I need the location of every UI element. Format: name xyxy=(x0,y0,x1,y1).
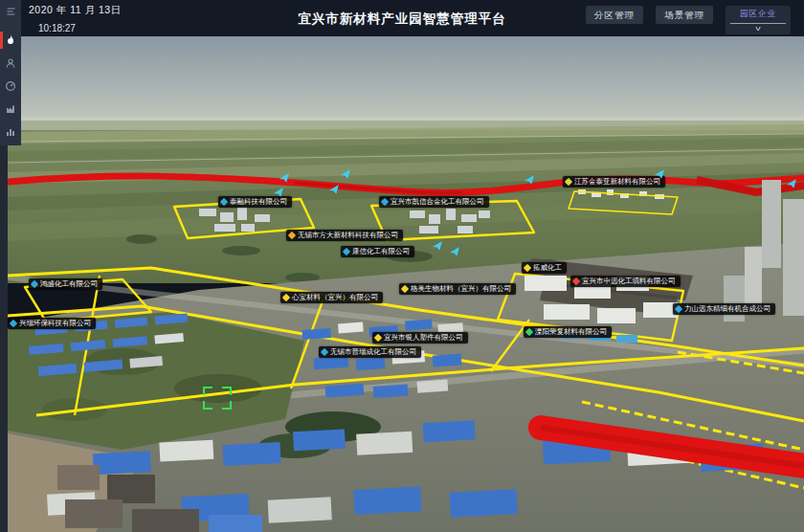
company-tag[interactable]: 泰融科技有限公司 xyxy=(218,196,292,208)
user-icon[interactable] xyxy=(0,52,21,75)
company-category-icon xyxy=(525,328,533,336)
top-bar: 2020 年 11 月 13日 10:18:27 宜兴市新材料产业园智慧管理平台… xyxy=(0,0,804,36)
company-tag-label: 宜兴市凯信合金化工有限公司 xyxy=(391,197,484,207)
page-title: 宜兴市新材料产业园智慧管理平台 xyxy=(298,11,506,28)
sidebar xyxy=(0,0,21,145)
menu-icon[interactable] xyxy=(0,0,21,23)
zone-management-button[interactable]: 分区管理 xyxy=(586,6,643,24)
company-tag[interactable]: 兴瑞环保科技有限公司 xyxy=(8,318,96,329)
company-tag[interactable]: 无锡市普瑞成化工有限公司 xyxy=(319,346,421,358)
company-category-icon xyxy=(572,277,580,285)
park-enterprise-dropdown[interactable]: 园区企业 ∨ xyxy=(726,6,791,34)
dropdown-label: 园区企业 xyxy=(726,9,791,20)
company-tag[interactable]: 宜兴市中远化工填料有限公司 xyxy=(570,276,681,287)
dropdown-divider xyxy=(730,23,786,24)
company-tag[interactable]: 无锡市方大新材料科技有限公司 xyxy=(286,230,403,241)
company-tag-label: 力山远东精细有机合成公司 xyxy=(684,304,770,314)
company-category-icon xyxy=(374,334,382,342)
topbar-controls: 分区管理 场景管理 园区企业 ∨ xyxy=(586,6,791,34)
company-category-icon xyxy=(343,248,350,255)
company-tag-label: 宜兴市中远化工填料有限公司 xyxy=(582,277,676,286)
company-tag[interactable]: 心宝材料（宜兴）有限公司 xyxy=(280,292,383,303)
company-tag-label: 溧阳荣复材料有限公司 xyxy=(535,327,607,337)
company-tag-label: 康信化工有限公司 xyxy=(352,247,410,256)
time-text: 10:18:27 xyxy=(38,23,122,33)
company-tag[interactable]: 溧阳荣复材料有限公司 xyxy=(524,326,612,338)
company-tag[interactable]: 力山远东精细有机合成公司 xyxy=(673,303,775,315)
company-tag-label: 拓威化工 xyxy=(533,263,562,273)
datetime-block: 2020 年 11 月 13日 10:18:27 xyxy=(29,4,122,33)
company-category-icon xyxy=(282,294,290,301)
date-text: 2020 年 11 月 13日 xyxy=(29,4,122,17)
company-category-icon xyxy=(321,348,328,356)
fire-icon[interactable] xyxy=(0,29,21,52)
company-category-icon xyxy=(31,280,38,288)
company-category-icon xyxy=(10,320,17,327)
gauge-icon[interactable] xyxy=(0,75,21,98)
factory-icon[interactable] xyxy=(0,98,21,121)
company-category-icon xyxy=(675,305,682,313)
company-category-icon xyxy=(524,264,531,272)
company-tag-label: 格美生物材料（宜兴）有限公司 xyxy=(411,284,511,294)
company-tag-label: 宜兴市银人塑件有限公司 xyxy=(384,333,463,343)
company-category-icon xyxy=(565,178,572,186)
sidebar-strip xyxy=(0,145,8,532)
company-category-icon xyxy=(401,285,409,293)
scene-management-button[interactable]: 场景管理 xyxy=(656,6,713,24)
company-tag-label: 江苏金泰亚新材料有限公司 xyxy=(574,177,660,187)
company-tag-label: 无锡市方大新材料科技有限公司 xyxy=(298,231,398,240)
company-category-icon xyxy=(288,232,296,239)
company-tag[interactable]: 宜兴市银人塑件有限公司 xyxy=(372,332,468,344)
company-tag[interactable]: 拓威化工 xyxy=(522,262,567,274)
company-tag[interactable]: 康信化工有限公司 xyxy=(341,246,414,257)
company-tag-label: 心宝材料（宜兴）有限公司 xyxy=(292,293,378,302)
company-tag[interactable]: 格美生物材料（宜兴）有限公司 xyxy=(399,283,516,295)
company-category-icon xyxy=(220,198,228,206)
company-tag[interactable]: 宜兴市凯信合金化工有限公司 xyxy=(379,196,489,208)
company-tag-label: 无锡市普瑞成化工有限公司 xyxy=(330,347,416,357)
company-tag-label: 鸿盛化工有限公司 xyxy=(40,279,98,289)
bar-chart-icon[interactable] xyxy=(0,121,21,144)
company-tag[interactable]: 江苏金泰亚新材料有限公司 xyxy=(563,176,665,188)
company-tag-label: 兴瑞环保科技有限公司 xyxy=(19,319,91,328)
company-category-icon xyxy=(381,198,389,206)
company-tag[interactable]: 鸿盛化工有限公司 xyxy=(29,278,102,290)
company-tag-label: 泰融科技有限公司 xyxy=(230,197,287,207)
chevron-down-icon: ∨ xyxy=(706,25,804,33)
